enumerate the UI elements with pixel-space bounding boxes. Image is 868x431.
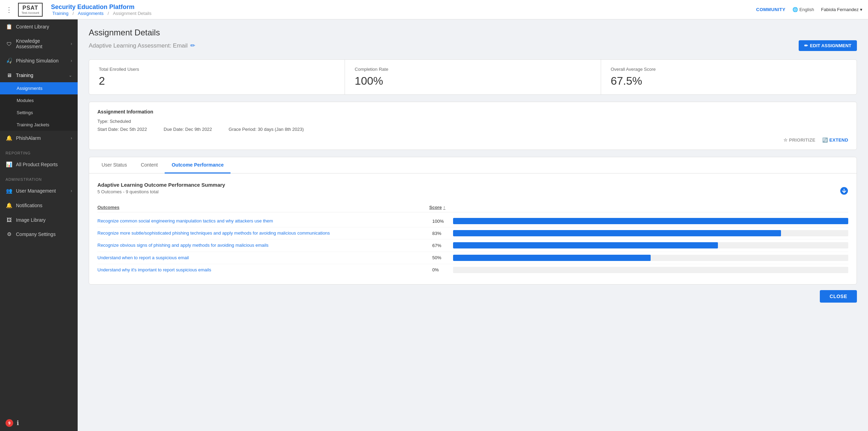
assignment-info-card: Assignment Information Type: Scheduled S… bbox=[89, 102, 857, 150]
logo-sub: Test Account bbox=[21, 11, 39, 15]
outcome-bar-container bbox=[453, 218, 848, 224]
chevron-right-icon: › bbox=[71, 58, 72, 63]
user-name: Fabiola Fernandez bbox=[821, 7, 859, 12]
download-button[interactable] bbox=[840, 187, 848, 197]
extend-button[interactable]: 🔄 EXTEND bbox=[822, 137, 848, 143]
sidebar: 📋 Content Library 🛡 Knowledge Assessment… bbox=[0, 19, 78, 431]
outcome-bar-container bbox=[453, 230, 848, 236]
sidebar-item-label: User Management bbox=[16, 188, 67, 194]
outcome-name[interactable]: Recognize common social engineering mani… bbox=[97, 218, 432, 224]
sidebar-item-label: Knowledge Assessment bbox=[16, 38, 67, 49]
outcome-name[interactable]: Recognize more subtle/sophisticated phis… bbox=[97, 230, 432, 236]
tab-label: Content bbox=[141, 162, 158, 168]
stat-label: Completion Rate bbox=[355, 67, 591, 72]
outcome-score: 50% bbox=[432, 255, 453, 260]
tabs-container: User Status Content Outcome Performance … bbox=[89, 157, 857, 285]
top-header: ⋮ PSAT Test Account Security Education P… bbox=[0, 0, 868, 19]
stat-card-completion: Completion Rate 100% bbox=[345, 60, 601, 94]
sidebar-item-knowledge-assessment[interactable]: 🛡 Knowledge Assessment › bbox=[0, 34, 78, 53]
community-link[interactable]: COMMUNITY bbox=[756, 7, 785, 12]
outcomes-table: Outcomes Score ↑ Recognize common social… bbox=[97, 203, 848, 276]
sidebar-item-content-library[interactable]: 📋 Content Library bbox=[0, 19, 78, 34]
sidebar-item-phishalarm[interactable]: 🔔 PhishAlarm › bbox=[0, 131, 78, 145]
header-app-title: Security Education Platform bbox=[51, 3, 756, 11]
sidebar-item-image-library[interactable]: 🖼 Image Library bbox=[0, 213, 78, 227]
image-library-icon: 🖼 bbox=[6, 217, 12, 223]
outcome-bar bbox=[453, 255, 651, 261]
sidebar-item-label: Company Settings bbox=[16, 231, 72, 237]
sidebar-item-all-product-reports[interactable]: 📊 All Product Reports bbox=[0, 157, 78, 172]
sidebar-item-training[interactable]: 🖥 Training ⌄ bbox=[0, 68, 78, 82]
sort-icon[interactable]: ↑ bbox=[443, 205, 445, 210]
sidebar-item-notifications[interactable]: 🔔 Notifications bbox=[0, 198, 78, 213]
tab-outcome-performance[interactable]: Outcome Performance bbox=[165, 157, 231, 174]
sidebar-item-settings[interactable]: Settings bbox=[0, 107, 78, 119]
notifications-icon: 🔔 bbox=[6, 202, 12, 209]
edit-assignment-button[interactable]: ✏ EDIT ASSIGNMENT bbox=[799, 40, 857, 51]
outcome-name[interactable]: Understand when to report a suspicious e… bbox=[97, 255, 432, 261]
edit-button-label: EDIT ASSIGNMENT bbox=[810, 43, 851, 48]
tab-user-status[interactable]: User Status bbox=[95, 157, 134, 174]
tab-label: Outcome Performance bbox=[172, 162, 224, 168]
sidebar-item-label: Training bbox=[16, 73, 65, 78]
outcome-row: Recognize more subtle/sophisticated phis… bbox=[97, 227, 848, 239]
header-logo: PSAT Test Account bbox=[18, 3, 43, 17]
tabs-header: User Status Content Outcome Performance bbox=[89, 157, 857, 174]
dots-menu[interactable]: ⋮ bbox=[6, 6, 12, 14]
col-score-header: Score ↑ bbox=[429, 205, 450, 210]
assignment-type: Type: Scheduled bbox=[97, 119, 848, 124]
outcome-summary-text: Adaptive Learning Outcome Performance Su… bbox=[97, 182, 225, 201]
outcome-score: 83% bbox=[432, 231, 453, 236]
language-selector[interactable]: 🌐 English bbox=[792, 7, 814, 12]
stats-row: Total Enrolled Users 2 Completion Rate 1… bbox=[89, 59, 857, 95]
sidebar-item-label: Image Library bbox=[16, 217, 72, 223]
sidebar-item-modules[interactable]: Modules bbox=[0, 94, 78, 107]
user-management-icon: 👥 bbox=[6, 188, 12, 194]
stat-card-enrolled: Total Enrolled Users 2 bbox=[89, 60, 345, 94]
tab-content[interactable]: Content bbox=[134, 157, 165, 174]
col-outcome-header: Outcomes bbox=[97, 205, 429, 210]
help-icon[interactable]: ℹ bbox=[17, 419, 19, 427]
chevron-right-icon: › bbox=[71, 136, 72, 141]
outcome-bar-container bbox=[453, 242, 848, 248]
sidebar-item-training-jackets[interactable]: Training Jackets bbox=[0, 119, 78, 131]
outcome-header-row: Adaptive Learning Outcome Performance Su… bbox=[97, 182, 848, 201]
breadcrumb-root[interactable]: Training bbox=[52, 11, 68, 16]
reporting-section-label: Reporting bbox=[0, 145, 78, 157]
sidebar-item-user-management[interactable]: 👥 User Management › bbox=[0, 184, 78, 198]
training-icon: 🖥 bbox=[6, 72, 12, 78]
outcome-score: 0% bbox=[432, 267, 453, 272]
outcome-bar-container bbox=[453, 267, 848, 273]
sidebar-item-company-settings[interactable]: ⚙ Company Settings bbox=[0, 227, 78, 242]
extend-label: EXTEND bbox=[829, 137, 848, 143]
main-layout: 📋 Content Library 🛡 Knowledge Assessment… bbox=[0, 19, 868, 431]
prioritize-button[interactable]: ☆ PRIORITIZE bbox=[783, 137, 815, 143]
breadcrumb: Training / Assignments / Assignment Deta… bbox=[51, 11, 756, 16]
outcome-score: 100% bbox=[432, 219, 453, 224]
outcome-summary-sub: 5 Outcomes - 9 questions total bbox=[97, 189, 225, 194]
content-library-icon: 📋 bbox=[6, 24, 12, 30]
user-menu[interactable]: Fabiola Fernandez ▾ bbox=[821, 7, 862, 12]
sidebar-item-label: Phishing Simulation bbox=[16, 58, 67, 64]
edit-pencil-icon[interactable]: ✏ bbox=[190, 42, 195, 49]
breadcrumb-parent[interactable]: Assignments bbox=[78, 11, 103, 16]
sidebar-item-phishing-simulation[interactable]: 🎣 Phishing Simulation › bbox=[0, 53, 78, 68]
close-button[interactable]: CLOSE bbox=[820, 290, 857, 303]
sidebar-item-label: Notifications bbox=[16, 203, 72, 208]
outcome-name[interactable]: Recognize obvious signs of phishing and … bbox=[97, 242, 432, 248]
globe-icon: 🌐 bbox=[792, 7, 798, 12]
company-settings-icon: ⚙ bbox=[6, 231, 12, 237]
language-label: English bbox=[799, 7, 814, 12]
sidebar-item-assignments[interactable]: Assignments bbox=[0, 82, 78, 94]
outcome-name[interactable]: Understand why it's important to report … bbox=[97, 267, 432, 273]
subtitle-text: Adaptive Learning Assessment: Email bbox=[89, 42, 188, 49]
outcome-row: Understand when to report a suspicious e… bbox=[97, 252, 848, 264]
chevron-down-icon: ⌄ bbox=[69, 73, 72, 78]
outcome-row: Recognize common social engineering mani… bbox=[97, 215, 848, 227]
stat-card-score: Overall Average Score 67.5% bbox=[601, 60, 857, 94]
notification-badge[interactable]: 9 bbox=[6, 419, 13, 427]
sidebar-sub-label: Assignments bbox=[17, 86, 42, 91]
extend-icon: 🔄 bbox=[822, 137, 828, 143]
due-date: Due Date: Dec 9th 2022 bbox=[164, 127, 212, 132]
main-content: Assignment Details Adaptive Learning Ass… bbox=[78, 19, 868, 431]
